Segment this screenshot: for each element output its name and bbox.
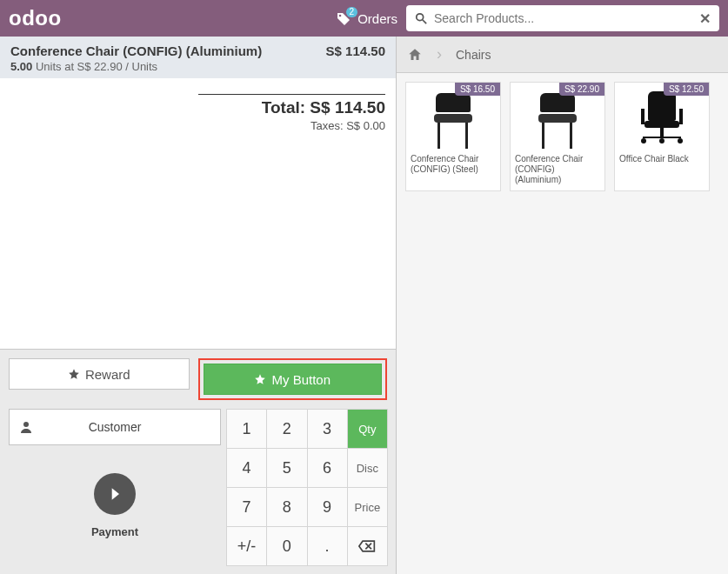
product-price: S$ 12.50 (664, 83, 709, 96)
product-price: S$ 22.90 (559, 83, 604, 96)
star-icon (254, 373, 266, 385)
orders-label: Orders (357, 11, 397, 26)
total-label: Total: (262, 98, 311, 117)
numpad-7[interactable]: 7 (226, 487, 267, 527)
numpad-dot[interactable]: . (307, 526, 348, 566)
numpad-9[interactable]: 9 (307, 487, 348, 527)
numpad-2[interactable]: 2 (266, 409, 307, 449)
svg-point-1 (417, 14, 424, 21)
numpad-sign[interactable]: +/- (226, 526, 267, 566)
numpad-backspace[interactable] (347, 526, 388, 566)
product-grid: S$ 16.50 Conference Chair (CONFIG) (Stee… (397, 73, 728, 200)
svg-point-0 (339, 15, 342, 17)
breadcrumb-home[interactable] (407, 47, 423, 63)
product-card[interactable]: S$ 16.50 Conference Chair (CONFIG) (Stee… (405, 82, 501, 191)
order-totals: Total: S$ 114.50 Taxes: S$ 0.00 (198, 94, 385, 132)
breadcrumb-separator: › (437, 45, 442, 63)
person-icon (19, 420, 33, 434)
product-card[interactable]: S$ 22.90 Conference Chair (CONFIG) (Alum… (510, 82, 605, 191)
numpad-4[interactable]: 4 (226, 448, 267, 488)
actions-area: Reward My Button (0, 349, 396, 574)
customer-button[interactable]: Customer (9, 409, 221, 445)
my-button-label: My Button (271, 372, 331, 387)
home-icon (407, 47, 423, 63)
numpad-3[interactable]: 3 (307, 409, 348, 449)
search-icon (415, 12, 427, 24)
order-pane: Conference Chair (CONFIG) (Aluminium) S$… (0, 37, 397, 574)
numpad-8[interactable]: 8 (266, 487, 307, 527)
taxes-label: Taxes: (311, 119, 346, 132)
total-value: S$ 114.50 (310, 98, 385, 117)
clear-search-icon[interactable]: ✕ (699, 10, 711, 27)
breadcrumb-current[interactable]: Chairs (456, 48, 491, 62)
topbar: odoo 2 Orders ✕ (0, 0, 728, 37)
customer-label: Customer (43, 420, 220, 434)
taxes-value: S$ 0.00 (346, 119, 385, 132)
product-pane: › Chairs S$ 16.50 Conference Chair (CONF… (397, 37, 728, 574)
brand-logo: odoo (9, 6, 62, 30)
breadcrumb: › Chairs (397, 37, 728, 73)
order-line[interactable]: Conference Chair (CONFIG) (Aluminium) S$… (0, 37, 396, 78)
orderline-total: S$ 114.50 (326, 43, 385, 58)
mode-qty[interactable]: Qty (347, 409, 388, 449)
orders-button[interactable]: 2 Orders (337, 10, 397, 26)
star-icon (68, 368, 80, 380)
product-name: Conference Chair (CONFIG) (Aluminium) (511, 150, 604, 190)
payment-button[interactable]: Payment (9, 445, 221, 565)
reward-button[interactable]: Reward (9, 358, 190, 390)
my-button-highlight: My Button (198, 358, 388, 400)
orders-count-badge: 2 (346, 7, 358, 17)
orderline-product-name: Conference Chair (CONFIG) (Aluminium) (10, 43, 262, 58)
reward-label: Reward (85, 367, 130, 382)
numpad-6[interactable]: 6 (307, 448, 348, 488)
product-name: Conference Chair (CONFIG) (Steel) (406, 150, 500, 180)
payment-label: Payment (91, 525, 138, 538)
chevron-right-icon (106, 485, 124, 503)
numpad-0[interactable]: 0 (266, 526, 307, 566)
mode-price[interactable]: Price (347, 487, 388, 527)
numpad-5[interactable]: 5 (266, 448, 307, 488)
search-box[interactable]: ✕ (406, 5, 719, 31)
product-name: Office Chair Black (615, 150, 709, 175)
svg-point-3 (23, 422, 29, 427)
product-card[interactable]: S$ 12.50 Office Chair Black (614, 82, 710, 191)
numpad: 1 2 3 Qty 4 5 6 Disc 7 (221, 409, 387, 565)
backspace-icon (358, 540, 376, 552)
svg-line-2 (423, 20, 426, 23)
my-button[interactable]: My Button (204, 364, 383, 395)
mode-disc[interactable]: Disc (347, 448, 388, 488)
orderline-detail: 5.00 Units at S$ 22.90 / Units (10, 60, 385, 73)
numpad-1[interactable]: 1 (226, 409, 267, 449)
product-price: S$ 16.50 (455, 83, 500, 96)
search-input[interactable] (434, 11, 692, 25)
